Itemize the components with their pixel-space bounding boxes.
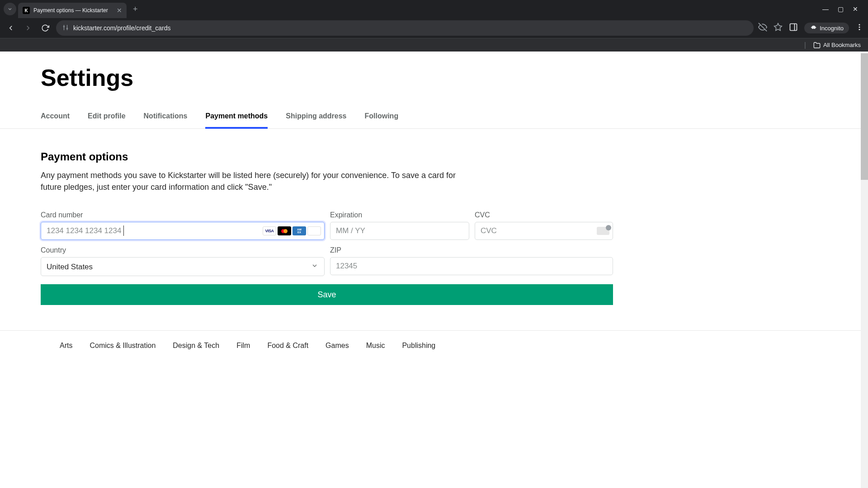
footer-link-comics[interactable]: Comics & Illustration bbox=[90, 342, 156, 350]
footer-link-publishing[interactable]: Publishing bbox=[402, 342, 435, 350]
address-bar: kickstarter.com/profile/credit_cards Inc… bbox=[0, 18, 868, 38]
svg-point-11 bbox=[859, 27, 860, 28]
incognito-badge[interactable]: Incognito bbox=[804, 23, 849, 33]
tab-search-button[interactable] bbox=[4, 3, 16, 15]
tab-favicon-icon: K bbox=[23, 7, 30, 14]
eye-off-icon[interactable] bbox=[758, 23, 767, 33]
section-title: Payment options bbox=[41, 150, 827, 163]
url-text: kickstarter.com/profile/credit_cards bbox=[73, 24, 171, 32]
tab-shipping-address[interactable]: Shipping address bbox=[286, 108, 346, 128]
page-viewport: Settings Account Edit profile Notificati… bbox=[0, 52, 868, 488]
url-field[interactable]: kickstarter.com/profile/credit_cards bbox=[56, 20, 754, 36]
mastercard-icon bbox=[278, 226, 291, 235]
page-title: Settings bbox=[41, 64, 827, 91]
tab-bar: K Payment options — Kickstarter ✕ + — ▢ … bbox=[0, 0, 868, 18]
card-brand-icons: VISA AMEX bbox=[263, 226, 321, 235]
section-description: Any payment methods you save to Kickstar… bbox=[41, 169, 457, 193]
footer-link-games[interactable]: Games bbox=[326, 342, 349, 350]
footer-link-music[interactable]: Music bbox=[366, 342, 385, 350]
side-panel-icon[interactable] bbox=[789, 23, 798, 33]
browser-chrome: K Payment options — Kickstarter ✕ + — ▢ … bbox=[0, 0, 868, 52]
scrollbar[interactable] bbox=[861, 52, 868, 488]
cvc-input[interactable] bbox=[475, 222, 613, 240]
tab-following[interactable]: Following bbox=[365, 108, 399, 128]
jcb-icon bbox=[307, 226, 321, 235]
svg-rect-8 bbox=[790, 24, 797, 31]
tabs-divider bbox=[0, 128, 868, 129]
scrollbar-thumb[interactable] bbox=[861, 53, 868, 180]
expiration-label: Expiration bbox=[330, 211, 469, 219]
footer-link-design[interactable]: Design & Tech bbox=[173, 342, 219, 350]
svg-point-10 bbox=[859, 24, 860, 25]
back-button[interactable] bbox=[5, 24, 17, 32]
maximize-icon[interactable]: ▢ bbox=[838, 5, 844, 13]
tab-edit-profile[interactable]: Edit profile bbox=[88, 108, 126, 128]
payment-form: Card number VISA AMEX Expiration bbox=[41, 211, 613, 305]
expiration-input[interactable] bbox=[330, 222, 469, 240]
forward-button[interactable] bbox=[22, 24, 34, 32]
browser-tab[interactable]: K Payment options — Kickstarter ✕ bbox=[18, 3, 127, 18]
bookmark-bar: | All Bookmarks bbox=[0, 38, 868, 52]
svg-marker-7 bbox=[774, 23, 782, 31]
country-select[interactable]: United States bbox=[41, 257, 325, 276]
tab-payment-methods[interactable]: Payment methods bbox=[205, 108, 268, 128]
toolbar-right: Incognito bbox=[758, 23, 863, 33]
tab-title: Payment options — Kickstarter bbox=[33, 7, 113, 14]
incognito-label: Incognito bbox=[820, 25, 844, 32]
tab-account[interactable]: Account bbox=[41, 108, 70, 128]
footer-link-film[interactable]: Film bbox=[236, 342, 250, 350]
bookmark-star-icon[interactable] bbox=[774, 23, 783, 33]
footer-categories: Arts Comics & Illustration Design & Tech… bbox=[60, 331, 827, 361]
amex-icon: AMEX bbox=[292, 226, 306, 235]
text-cursor-icon bbox=[123, 225, 124, 236]
zip-input[interactable] bbox=[330, 257, 613, 275]
svg-point-3 bbox=[66, 28, 67, 29]
svg-point-0 bbox=[63, 26, 64, 27]
svg-point-12 bbox=[859, 29, 860, 30]
footer-link-arts[interactable]: Arts bbox=[60, 342, 72, 350]
footer-link-food[interactable]: Food & Craft bbox=[267, 342, 308, 350]
reload-button[interactable] bbox=[39, 24, 52, 32]
close-window-icon[interactable]: ✕ bbox=[853, 5, 858, 13]
save-button[interactable]: Save bbox=[41, 284, 613, 305]
country-label: Country bbox=[41, 246, 325, 254]
cvc-card-icon bbox=[597, 227, 609, 235]
cvc-label: CVC bbox=[475, 211, 613, 219]
new-tab-button[interactable]: + bbox=[128, 5, 142, 14]
zip-label: ZIP bbox=[330, 246, 613, 254]
card-number-label: Card number bbox=[41, 211, 325, 219]
settings-tabs: Account Edit profile Notifications Payme… bbox=[41, 108, 827, 129]
window-controls: — ▢ ✕ bbox=[822, 5, 864, 13]
tab-close-icon[interactable]: ✕ bbox=[117, 7, 122, 14]
visa-icon: VISA bbox=[263, 226, 276, 235]
site-settings-icon[interactable] bbox=[62, 24, 69, 32]
all-bookmarks-button[interactable]: All Bookmarks bbox=[813, 42, 861, 49]
all-bookmarks-label: All Bookmarks bbox=[823, 42, 861, 48]
menu-icon[interactable] bbox=[855, 23, 863, 33]
tab-notifications[interactable]: Notifications bbox=[144, 108, 188, 128]
minimize-icon[interactable]: — bbox=[822, 5, 829, 13]
